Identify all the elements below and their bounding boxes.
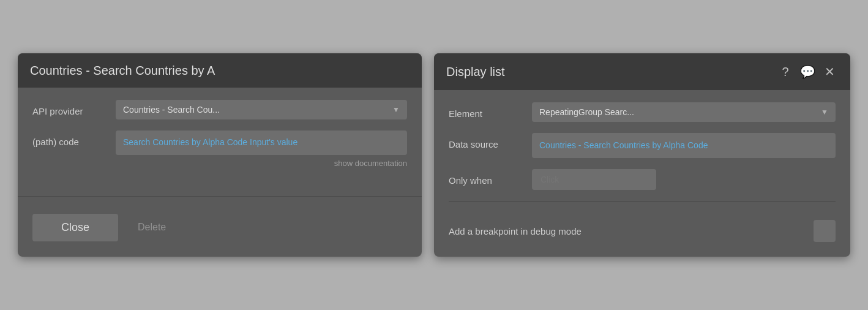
api-provider-field: Countries - Search Cou... ▼ [116,100,407,119]
path-code-row: (path) code Search Countries by Alpha Co… [32,130,407,168]
only-when-field [532,169,836,190]
close-icon[interactable]: ✕ [821,63,838,80]
element-value: RepeatingGroup Searc... [539,107,634,117]
data-source-field: Countries - Search Countries by Alpha Co… [532,133,836,158]
data-source-label: Data source [449,133,522,149]
left-panel: Countries - Search Countries by A API pr… [18,53,422,257]
element-dropdown[interactable]: RepeatingGroup Searc... ▼ [532,102,836,122]
element-label: Element [449,102,522,119]
right-panel-title: Display list [446,65,505,79]
right-panel-divider [449,201,836,202]
element-field: RepeatingGroup Searc... ▼ [532,102,836,122]
only-when-row: Only when [449,169,836,190]
api-provider-row: API provider Countries - Search Cou... ▼ [32,100,407,119]
comment-icon[interactable]: 💬 [799,63,816,80]
right-panel-header: Display list ? 💬 ✕ [434,53,850,90]
element-row: Element RepeatingGroup Searc... ▼ [449,102,836,122]
left-panel-body: API provider Countries - Search Cou... ▼… [18,88,422,191]
path-code-field: Search Countries by Alpha Code Input's v… [116,130,407,168]
delete-button[interactable]: Delete [128,214,176,240]
left-panel-header: Countries - Search Countries by A [18,53,422,88]
help-icon[interactable]: ? [777,63,794,80]
chevron-down-icon: ▼ [392,105,400,114]
path-code-label: (path) code [32,130,106,147]
breakpoint-toggle-button[interactable] [814,220,836,242]
right-panel-body: Element RepeatingGroup Searc... ▼ Data s… [434,90,850,257]
only-when-label: Only when [449,169,522,186]
panel-divider [18,196,422,197]
left-panel-title: Countries - Search Countries by A [30,64,215,78]
element-chevron-down-icon: ▼ [821,108,828,116]
api-provider-dropdown[interactable]: Countries - Search Cou... ▼ [116,100,407,119]
left-panel-footer: Close Delete [18,206,422,254]
data-source-row: Data source Countries - Search Countries… [449,133,836,158]
breakpoint-label: Add a breakpoint in debug mode [449,226,582,236]
show-documentation-link[interactable]: show documentation [116,159,407,168]
header-icons-group: ? 💬 ✕ [777,63,838,80]
right-panel: Display list ? 💬 ✕ Element RepeatingGrou… [434,53,850,257]
only-when-input[interactable] [532,169,656,190]
api-provider-value: Countries - Search Cou... [123,105,220,115]
path-code-value[interactable]: Search Countries by Alpha Code Input's v… [116,130,407,155]
data-source-value[interactable]: Countries - Search Countries by Alpha Co… [532,133,836,158]
breakpoint-row: Add a breakpoint in debug mode [449,211,836,244]
api-provider-label: API provider [32,100,106,116]
close-button[interactable]: Close [32,214,118,241]
